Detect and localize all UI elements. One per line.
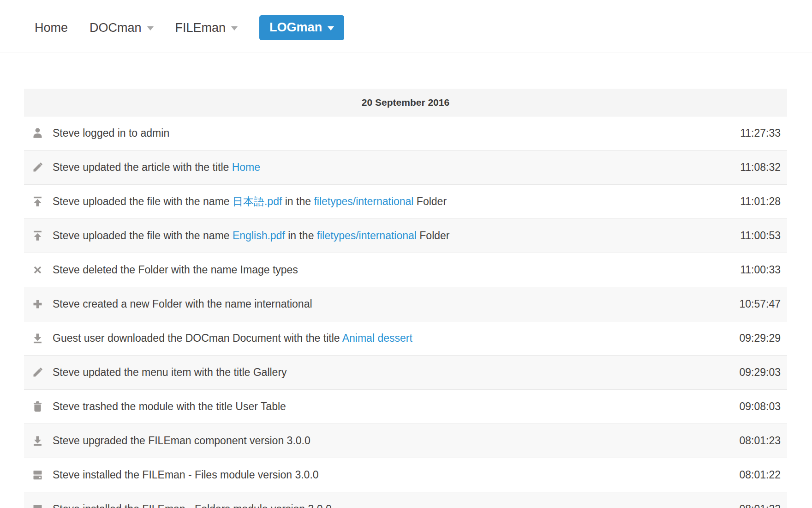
log-message: Steve logged in to admin <box>53 127 729 139</box>
log-text-segment: Steve upgraded the FILEman component ver… <box>53 435 310 447</box>
nav-item-label: Home <box>35 21 68 35</box>
log-link[interactable]: Home <box>232 161 260 173</box>
module-icon <box>31 503 44 508</box>
log-text-segment: Steve uploaded the file with the name <box>53 195 233 207</box>
log-row: Steve installed the FILEman - Folders mo… <box>24 492 787 508</box>
chevron-down-icon <box>231 26 238 30</box>
log-row: Steve trashed the module with the title … <box>24 390 787 424</box>
download-icon <box>31 332 44 345</box>
log-message: Steve deleted the Folder with the name I… <box>53 264 729 276</box>
nav-item-home[interactable]: Home <box>35 21 68 35</box>
log-row: Steve updated the article with the title… <box>24 151 787 185</box>
delete-x-icon <box>31 264 44 276</box>
pencil-icon <box>31 366 44 379</box>
nav-item-docman[interactable]: DOCman <box>90 21 154 35</box>
log-text-segment: Steve created a new Folder with the name… <box>53 298 312 310</box>
log-row: Steve updated the menu item with the tit… <box>24 356 787 390</box>
log-timestamp: 11:01:28 <box>740 195 781 208</box>
log-text-segment: Steve updated the menu item with the tit… <box>53 366 287 378</box>
nav-item-label: FILEman <box>175 21 226 35</box>
log-text-segment: Steve deleted the Folder with the name I… <box>53 264 298 276</box>
log-text-segment: in the <box>285 230 317 242</box>
log-text-segment: Steve uploaded the file with the name <box>53 230 233 242</box>
log-row: Guest user downloaded the DOCman Documen… <box>24 321 787 356</box>
log-message: Steve updated the article with the title… <box>53 161 729 174</box>
log-text-segment: Steve installed the FILEman - Files modu… <box>53 469 319 481</box>
log-message: Steve updated the menu item with the tit… <box>53 366 728 379</box>
log-row: Steve uploaded the file with the name En… <box>24 219 787 253</box>
log-message: Steve installed the FILEman - Folders mo… <box>53 503 728 508</box>
log-timestamp: 09:29:29 <box>739 332 781 345</box>
nav-item-label: LOGman <box>269 20 322 35</box>
log-text-segment: Steve updated the article with the title <box>53 161 232 173</box>
log-message: Steve trashed the module with the title … <box>53 400 728 413</box>
log-row: Steve deleted the Folder with the name I… <box>24 253 787 287</box>
log-link[interactable]: filetypes/international <box>317 230 417 242</box>
log-text-segment: Folder <box>413 195 447 207</box>
log-text-segment: in the <box>282 195 314 207</box>
upload-icon <box>31 230 44 242</box>
log-link[interactable]: filetypes/international <box>314 195 413 207</box>
log-text-segment: Steve installed the FILEman - Folders mo… <box>53 503 332 508</box>
log-text-segment: Guest user downloaded the DOCman Documen… <box>53 332 342 344</box>
nav-item-fileman[interactable]: FILEman <box>175 21 238 35</box>
log-text-segment: Folder <box>417 230 450 242</box>
plus-icon <box>31 298 44 310</box>
log-message: Steve uploaded the file with the name En… <box>53 230 729 242</box>
activity-rows: Steve logged in to admin 11:27:33 Steve … <box>24 116 787 508</box>
trash-icon <box>31 400 44 413</box>
log-timestamp: 09:29:03 <box>739 366 781 379</box>
upload-icon <box>31 195 44 208</box>
log-timestamp: 09:08:03 <box>739 400 781 413</box>
log-timestamp: 08:01:22 <box>739 469 781 481</box>
log-timestamp: 08:01:23 <box>739 435 781 447</box>
log-link[interactable]: Animal dessert <box>342 332 412 344</box>
log-row: Steve created a new Folder with the name… <box>24 287 787 321</box>
log-link[interactable]: English.pdf <box>233 230 285 242</box>
chevron-down-icon <box>147 26 154 30</box>
log-message: Steve uploaded the file with the name 日本… <box>53 194 729 209</box>
main-nav: Home DOCman FILEman LOGman <box>0 0 812 53</box>
log-timestamp: 10:57:47 <box>739 298 781 310</box>
log-message: Steve installed the FILEman - Files modu… <box>53 469 728 481</box>
log-text-segment: Steve trashed the module with the title … <box>53 400 286 412</box>
log-message: Guest user downloaded the DOCman Documen… <box>53 332 728 345</box>
nav-item-label: DOCman <box>90 21 142 35</box>
log-row: Steve logged in to admin 11:27:33 <box>24 116 787 151</box>
module-icon <box>31 469 44 481</box>
log-text-segment: Steve logged in to admin <box>53 127 169 139</box>
log-timestamp: 11:00:53 <box>740 230 781 242</box>
chevron-down-icon <box>328 26 334 30</box>
user-icon <box>31 127 44 139</box>
log-timestamp: 11:00:33 <box>740 264 781 276</box>
download-icon <box>31 435 44 447</box>
log-timestamp: 11:08:32 <box>740 161 781 174</box>
pencil-icon <box>31 161 44 174</box>
log-timestamp: 08:01:22 <box>739 503 781 508</box>
log-row: Steve upgraded the FILEman component ver… <box>24 424 787 458</box>
log-message: Steve upgraded the FILEman component ver… <box>53 435 728 447</box>
log-link[interactable]: 日本語.pdf <box>233 195 282 207</box>
nav-item-logman[interactable]: LOGman <box>259 15 344 40</box>
log-message: Steve created a new Folder with the name… <box>53 298 728 310</box>
date-header: 20 September 2016 <box>24 89 787 116</box>
log-row: Steve installed the FILEman - Files modu… <box>24 458 787 492</box>
log-row: Steve uploaded the file with the name 日本… <box>24 185 787 219</box>
log-timestamp: 11:27:33 <box>740 127 781 139</box>
activity-log: 20 September 2016 Steve logged in to adm… <box>24 89 787 508</box>
